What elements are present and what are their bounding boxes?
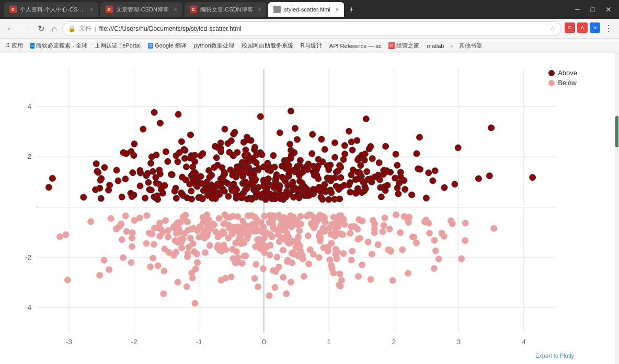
favicon-4 — [273, 6, 281, 13]
bookmarks-bar: ⠿ 应用 b 微软必应搜索 - 全球 上网认证 | ePortal G Goog… — [0, 39, 619, 53]
title-bar: C 个人资料-个人中心-CSDN × C 文章管理-CSDN博客 × C 编辑文… — [0, 0, 619, 19]
window-controls: ─ □ ✕ — [572, 4, 615, 15]
bookmark-api[interactable]: API Reference — sc — [328, 42, 383, 50]
chart-wrapper: Above Below Export to Plotly — [0, 53, 619, 364]
legend-below: Below — [548, 79, 577, 87]
tab-scatter[interactable]: styled-scatter.html × — [268, 2, 343, 17]
ext-2[interactable]: A — [577, 22, 588, 33]
back-button[interactable]: ← — [4, 23, 17, 34]
address-prefix: 文件 — [79, 24, 91, 33]
extension-icons: C A π ⋮ — [565, 22, 615, 34]
tab-label-2: 文章管理-CSDN博客 — [116, 6, 169, 14]
tab-csdn-edit[interactable]: C 编辑文章-CSDN博客 × — [185, 2, 267, 17]
bookmark-bing[interactable]: b 微软必应搜索 - 全球 — [29, 41, 89, 50]
apps-label: 应用 — [12, 42, 23, 50]
tab-close-4[interactable]: × — [336, 7, 339, 13]
other-label: 其他书签 — [459, 42, 482, 50]
tab-close-3[interactable]: × — [258, 7, 261, 13]
minimize-button[interactable]: ─ — [572, 4, 583, 15]
bookmark-apps[interactable]: ⠿ 应用 — [4, 41, 25, 50]
tab-csdn-articles[interactable]: C 文章管理-CSDN博客 × — [100, 2, 182, 17]
r-label: R与统计 — [301, 42, 322, 50]
tab-close-1[interactable]: × — [90, 7, 93, 13]
campus-label: 校园网自助服务系统 — [242, 42, 293, 50]
bing-icon: b — [30, 43, 35, 49]
bookmark-campus[interactable]: 校园网自助服务系统 — [240, 41, 295, 50]
tab-label-1: 个人资料-个人中心-CSDN — [20, 6, 85, 14]
bing-label: 微软必应搜索 - 全球 — [36, 42, 87, 50]
bookmark-matlab[interactable]: matlab — [425, 42, 445, 50]
jingying-icon: 经 — [388, 42, 395, 49]
bookmark-eportal[interactable]: 上网认证 | ePortal — [93, 41, 142, 50]
scatter-chart[interactable] — [0, 53, 619, 364]
legend-above: Above — [548, 69, 577, 77]
close-button[interactable]: ✕ — [602, 4, 615, 15]
tab-close-2[interactable]: × — [174, 7, 177, 13]
address-bar[interactable]: 🔒 文件 | file:///C:/Users/hu/Documents/sp/… — [62, 21, 561, 36]
bookmark-star[interactable]: ☆ — [550, 25, 556, 32]
bookmark-jingying[interactable]: 经 经营之家 — [387, 41, 421, 50]
bookmark-other[interactable]: 其他书签 — [457, 41, 484, 50]
bookmark-python[interactable]: python数据处理 — [192, 41, 236, 50]
favicon-3: C — [190, 6, 197, 13]
api-label: API Reference — sc — [329, 43, 382, 49]
maximize-button[interactable]: □ — [588, 4, 598, 15]
google-label: Google 翻译 — [155, 42, 187, 50]
security-icon: 🔒 — [68, 25, 76, 32]
below-dot — [548, 80, 555, 86]
tab-label-4: styled-scatter.html — [284, 6, 330, 13]
above-dot — [548, 70, 555, 76]
browser-chrome: C 个人资料-个人中心-CSDN × C 文章管理-CSDN博客 × C 编辑文… — [0, 0, 619, 53]
tab-label-3: 编辑文章-CSDN博客 — [200, 6, 253, 14]
export-button[interactable]: Export to Plotly — [532, 351, 577, 360]
below-label: Below — [558, 79, 576, 87]
jingying-label: 经营之家 — [396, 42, 419, 50]
ext-1[interactable]: C — [565, 22, 575, 33]
google-icon: G — [148, 43, 153, 49]
forward-button[interactable]: → — [20, 23, 32, 34]
nav-bar: ← → ↻ ⌂ 🔒 文件 | file:///C:/Users/hu/Docum… — [0, 19, 619, 39]
main-content: Above Below Export to Plotly — [0, 53, 619, 364]
python-label: python数据处理 — [194, 42, 234, 50]
refresh-button[interactable]: ↻ — [36, 22, 47, 34]
address-separator: | — [95, 26, 96, 32]
address-text: file:///C:/Users/hu/Documents/sp/styled-… — [99, 25, 242, 32]
home-button[interactable]: ⌂ — [50, 23, 59, 34]
bookmarks-more[interactable]: » — [450, 42, 454, 50]
new-tab-button[interactable]: + — [346, 5, 357, 14]
matlab-label: matlab — [427, 43, 444, 49]
scrollbar[interactable] — [615, 53, 619, 364]
above-label: Above — [558, 69, 577, 77]
ext-3[interactable]: π — [590, 22, 600, 33]
apps-icon: ⠿ — [6, 42, 10, 49]
favicon-1: C — [9, 6, 17, 13]
eportal-label: 上网认证 | ePortal — [95, 42, 141, 50]
favicon-2: C — [106, 6, 113, 13]
menu-button[interactable]: ⋮ — [602, 22, 615, 34]
chart-legend: Above Below — [548, 69, 577, 89]
bookmark-google[interactable]: G Google 翻译 — [146, 41, 188, 50]
scrollbar-thumb[interactable] — [615, 116, 618, 147]
tab-csdn-profile[interactable]: C 个人资料-个人中心-CSDN × — [4, 2, 98, 17]
bookmark-r[interactable]: R与统计 — [299, 41, 324, 50]
